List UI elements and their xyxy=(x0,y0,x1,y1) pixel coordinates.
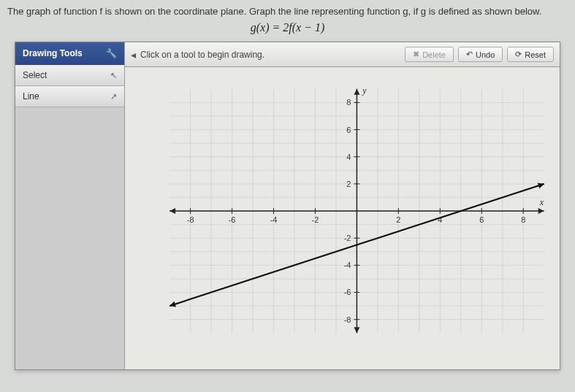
hint-text: Click on a tool to begin drawing. xyxy=(140,50,264,60)
svg-marker-37 xyxy=(170,208,175,214)
tool-line[interactable]: Line ↗ xyxy=(15,86,124,107)
svg-text:8: 8 xyxy=(521,215,525,224)
svg-marker-75 xyxy=(538,183,544,189)
reset-button[interactable]: ⟳ Reset xyxy=(507,47,554,62)
x-icon: ✖ xyxy=(413,50,419,59)
svg-text:-4: -4 xyxy=(344,261,351,269)
tool-select-label: Select xyxy=(23,70,47,80)
svg-text:2: 2 xyxy=(346,180,351,188)
tool-sidebar: Drawing Tools 🔧 Select ↖ Line ↗ xyxy=(15,42,125,369)
svg-text:2: 2 xyxy=(396,215,400,224)
svg-text:-4: -4 xyxy=(270,215,278,224)
svg-text:-6: -6 xyxy=(344,288,351,296)
svg-text:8: 8 xyxy=(346,98,351,107)
drawing-app: Drawing Tools 🔧 Select ↖ Line ↗ ◂ Click … xyxy=(15,42,560,370)
pointer-left-icon: ◂ xyxy=(131,49,136,61)
sidebar-title: Drawing Tools xyxy=(23,48,83,58)
svg-marker-38 xyxy=(354,89,359,95)
undo-button[interactable]: ↶ Undo xyxy=(458,47,503,62)
svg-marker-36 xyxy=(538,208,544,214)
wrench-icon: 🔧 xyxy=(106,48,117,58)
delete-label: Delete xyxy=(422,50,446,59)
sidebar-header: Drawing Tools 🔧 xyxy=(15,42,124,65)
svg-text:6: 6 xyxy=(346,126,351,134)
coordinate-plane: -8-6-4-22468-8-6-4-22468xy xyxy=(125,67,560,369)
svg-text:4: 4 xyxy=(346,153,351,161)
tool-line-label: Line xyxy=(23,91,39,101)
main-panel: ◂ Click on a tool to begin drawing. ✖ De… xyxy=(125,42,560,369)
sidebar-empty xyxy=(15,107,124,369)
reset-label: Reset xyxy=(525,50,546,59)
problem-instruction: The graph of function f is shown on the … xyxy=(0,0,575,18)
svg-text:-2: -2 xyxy=(344,234,351,242)
problem-formula: g(x) = 2f(x − 1) xyxy=(0,18,575,42)
toolbar-hint: ◂ Click on a tool to begin drawing. xyxy=(131,49,400,61)
svg-marker-39 xyxy=(354,327,359,333)
canvas-toolbar: ◂ Click on a tool to begin drawing. ✖ De… xyxy=(125,42,560,67)
reset-icon: ⟳ xyxy=(515,50,522,59)
delete-button[interactable]: ✖ Delete xyxy=(405,47,454,62)
tool-select[interactable]: Select ↖ xyxy=(15,65,124,86)
svg-text:y: y xyxy=(362,85,367,96)
svg-text:-2: -2 xyxy=(312,215,319,224)
svg-marker-76 xyxy=(170,301,176,307)
svg-text:x: x xyxy=(539,197,544,207)
svg-text:-6: -6 xyxy=(229,215,236,224)
svg-text:6: 6 xyxy=(479,215,484,224)
svg-text:-8: -8 xyxy=(187,215,194,224)
undo-label: Undo xyxy=(476,50,495,59)
undo-icon: ↶ xyxy=(466,50,473,59)
svg-text:-8: -8 xyxy=(344,315,351,324)
graph-canvas[interactable]: -8-6-4-22468-8-6-4-22468xy xyxy=(125,67,560,369)
line-icon: ↗ xyxy=(110,92,117,101)
cursor-icon: ↖ xyxy=(110,71,117,80)
